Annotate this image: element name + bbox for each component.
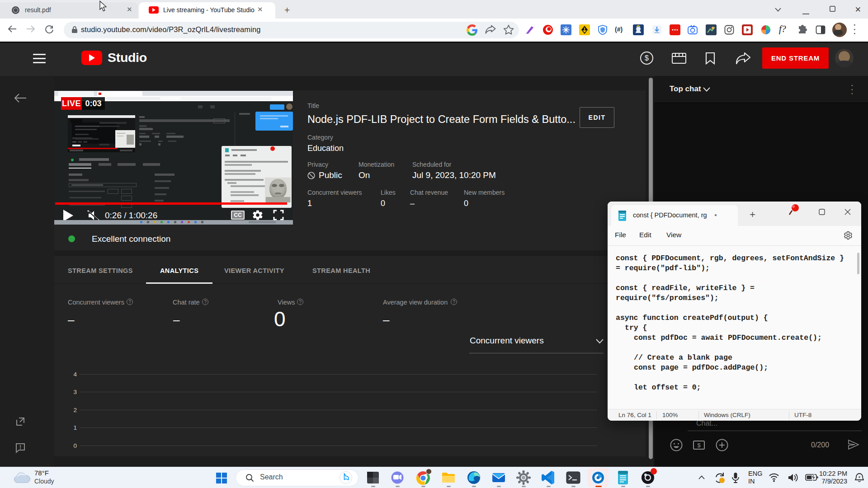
svg-text:!: ! (19, 444, 21, 450)
svg-text:$: $ (645, 54, 649, 62)
svg-text:$: $ (697, 442, 701, 449)
svg-text:z: z (859, 475, 860, 479)
